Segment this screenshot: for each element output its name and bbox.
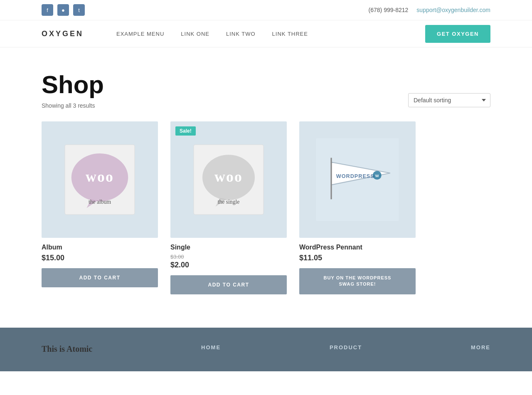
footer-col-2: HOME xyxy=(201,344,221,355)
twitter-icon[interactable]: t xyxy=(73,4,85,16)
results-count: Showing all 3 results xyxy=(42,102,104,109)
product-image-album: woo the album xyxy=(42,121,158,238)
footer-col2-title: HOME xyxy=(201,344,221,351)
products-grid: woo the album Album $15.00 ADD TO CART S… xyxy=(42,121,416,294)
main-nav: OXYGEN EXAMPLE MENU LINK ONE LINK TWO LI… xyxy=(0,20,532,47)
pennant-illustration: WORDPRESS W xyxy=(314,136,401,223)
footer-col1-title: This is Atomic xyxy=(42,344,92,354)
shop-title: Shop xyxy=(42,72,104,97)
single-illustration: woo the single xyxy=(185,136,272,223)
svg-text:woo: woo xyxy=(214,168,243,185)
shop-header: Shop Showing all 3 results Default sorti… xyxy=(42,72,490,109)
nav-link-one[interactable]: LINK ONE xyxy=(181,31,209,37)
price-original-single: $3.00 xyxy=(170,254,287,260)
sort-select[interactable]: Default sorting Sort by popularity Sort … xyxy=(408,93,490,107)
nav-link-two[interactable]: LINK TWO xyxy=(226,31,256,37)
main-content: Shop Showing all 3 results Default sorti… xyxy=(0,47,532,328)
product-price-pennant: $11.05 xyxy=(299,254,416,262)
support-email-link[interactable]: support@oxygenbuilder.com xyxy=(416,7,490,13)
product-card-pennant: WORDPRESS W WordPress Pennant $11.05 BUY… xyxy=(299,121,416,294)
product-name-album: Album xyxy=(42,244,158,251)
product-name-pennant: WordPress Pennant xyxy=(299,244,416,251)
svg-text:WORDPRESS: WORDPRESS xyxy=(336,173,374,179)
logo-svg: OXYGEN xyxy=(42,27,91,39)
product-card-album: woo the album Album $15.00 ADD TO CART xyxy=(42,121,158,294)
nav-links: EXAMPLE MENU LINK ONE LINK TWO LINK THRE… xyxy=(116,25,490,43)
svg-text:woo: woo xyxy=(86,168,114,185)
svg-text:OXYGEN: OXYGEN xyxy=(42,30,84,38)
buy-swag-button[interactable]: BUY ON THE WORDPRESSSWAG STORE! xyxy=(299,268,416,294)
price-sale-single: $2.00 xyxy=(170,261,287,269)
instagram-icon[interactable]: ● xyxy=(57,4,69,16)
add-to-cart-single[interactable]: ADD TO CART xyxy=(170,275,287,294)
product-name-single: Single xyxy=(170,244,287,251)
product-price-album: $15.00 xyxy=(42,254,158,262)
get-oxygen-button[interactable]: GET OXYGEN xyxy=(425,25,490,43)
logo[interactable]: OXYGEN xyxy=(42,27,91,41)
footer: This is Atomic HOME PRODUCT MORE xyxy=(0,328,532,371)
product-image-pennant: WORDPRESS W xyxy=(299,121,416,238)
contact-info: (678) 999-8212 support@oxygenbuilder.com xyxy=(369,7,490,13)
add-to-cart-album[interactable]: ADD TO CART xyxy=(42,268,158,287)
product-image-single: Sale! woo the single xyxy=(170,121,287,238)
shop-heading-group: Shop Showing all 3 results xyxy=(42,72,104,109)
facebook-icon[interactable]: f xyxy=(42,4,53,16)
social-icons: f ● t xyxy=(42,4,85,16)
price-sale-wrap-single: $3.00 $2.00 xyxy=(170,254,287,269)
footer-col4-title: MORE xyxy=(471,344,490,351)
product-card-single: Sale! woo the single Single $3.00 $2.00 … xyxy=(170,121,287,294)
footer-col-1: This is Atomic xyxy=(42,344,92,355)
svg-text:the  single: the single xyxy=(218,199,240,205)
footer-col-4: MORE xyxy=(471,344,490,355)
svg-text:W: W xyxy=(375,173,379,178)
nav-example-menu[interactable]: EXAMPLE MENU xyxy=(116,31,164,37)
phone-number: (678) 999-8212 xyxy=(369,7,409,13)
svg-text:the  album: the album xyxy=(89,199,111,205)
footer-col-3: PRODUCT xyxy=(330,344,362,355)
nav-link-three[interactable]: LINK THREE xyxy=(272,31,308,37)
album-illustration: woo the album xyxy=(56,136,143,223)
sale-badge-single: Sale! xyxy=(175,126,196,136)
top-bar: f ● t (678) 999-8212 support@oxygenbuild… xyxy=(0,0,532,20)
footer-col3-title: PRODUCT xyxy=(330,344,362,351)
